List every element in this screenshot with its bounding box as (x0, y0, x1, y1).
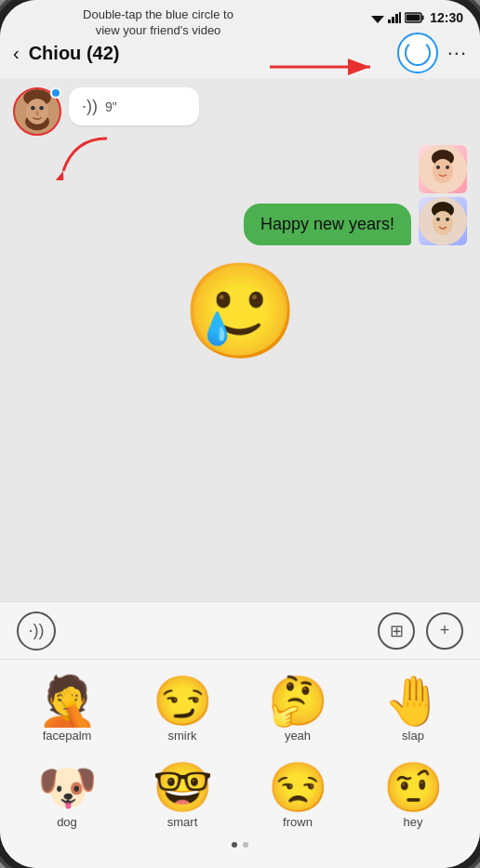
keyboard-icon: ⊞ (390, 621, 404, 641)
svg-rect-4 (399, 12, 401, 23)
frown-emoji-label: frown (283, 815, 313, 829)
thumbnails-column (419, 145, 467, 245)
outgoing-bubble: Happy new years! (244, 204, 411, 245)
svg-rect-1 (388, 20, 391, 23)
thumbnail-2[interactable] (419, 197, 467, 245)
facepalm-emoji-label: facepalm (43, 729, 92, 743)
svg-rect-7 (407, 15, 420, 21)
video-circle-button[interactable] (397, 33, 438, 73)
svg-rect-3 (395, 14, 398, 23)
emoji-item-slap[interactable]: 🤚slap (355, 669, 471, 750)
page-dot-1 (232, 842, 237, 848)
avatar-online-dot (50, 87, 61, 99)
smart-emoji-label: smart (167, 815, 198, 829)
emoji-item-yeah[interactable]: 🤔yeah (240, 669, 355, 750)
thumb-face-svg-1 (419, 145, 467, 193)
status-icons (371, 12, 425, 23)
page-dot-2 (243, 842, 248, 848)
right-arrow-annotation (270, 53, 381, 85)
outgoing-text: Happy new years! (260, 215, 394, 233)
svg-point-25 (433, 211, 453, 235)
emoji-item-frown[interactable]: 😒frown (240, 756, 355, 836)
chat-area: ·)) 9" Happy new years! (0, 78, 480, 601)
wifi-icon (371, 12, 384, 23)
facepalm-emoji-icon: 🤦 (37, 677, 98, 725)
big-emoji-char: 🥲 (182, 264, 299, 357)
smirk-emoji-label: smirk (167, 729, 196, 743)
emoji-item-smirk[interactable]: 😏smirk (125, 669, 240, 750)
video-circle-inner (405, 40, 431, 66)
thumb-face-svg-2 (419, 197, 467, 245)
yeah-emoji-icon: 🤔 (268, 677, 328, 725)
dog-emoji-icon: 🐶 (37, 763, 98, 811)
svg-point-26 (436, 217, 440, 221)
emoji-item-facepalm[interactable]: 🤦facepalm (9, 669, 125, 750)
svg-rect-6 (422, 16, 424, 20)
voice-input-icon: ·)) (29, 621, 45, 640)
page-dots (9, 836, 471, 849)
add-button[interactable]: + (426, 612, 463, 650)
emoji-keyboard: 🤦facepalm😏smirk🤔yeah🤚slap🐶dog🤓smart😒frow… (0, 659, 480, 868)
emoji-item-smart[interactable]: 🤓smart (125, 756, 240, 836)
sender-avatar-wrapper[interactable] (13, 87, 61, 136)
hey-emoji-icon: 🤨 (383, 763, 444, 811)
big-emoji-message: 🥲 (13, 255, 467, 366)
voice-bubble[interactable]: ·)) 9" (69, 87, 199, 125)
phone-frame: 12:30 Double-tap the blue circle to view… (0, 0, 480, 868)
voice-duration: 9" (105, 99, 117, 114)
svg-point-16 (39, 106, 44, 111)
battery-icon (405, 12, 425, 23)
svg-point-15 (31, 106, 35, 111)
thumbnail-1[interactable] (419, 145, 467, 193)
emoji-item-hey[interactable]: 🤨hey (355, 756, 471, 836)
svg-point-27 (446, 217, 449, 221)
svg-point-21 (436, 165, 440, 169)
status-time: 12:30 (430, 10, 463, 25)
hey-emoji-label: hey (404, 815, 423, 829)
voice-input-button[interactable]: ·)) (17, 612, 56, 651)
voice-message-incoming: ·)) 9" (13, 87, 467, 136)
back-chevron: ‹ (13, 43, 20, 64)
svg-rect-2 (392, 17, 394, 23)
svg-point-17 (35, 111, 39, 116)
smirk-emoji-icon: 😏 (153, 677, 213, 725)
right-buttons: ⊞ + (378, 612, 463, 650)
add-icon: + (440, 621, 450, 640)
back-button[interactable]: ‹ (13, 43, 20, 64)
more-options-button[interactable]: ··· (447, 41, 467, 65)
voice-wave-icon: ·)) (82, 97, 98, 116)
keyboard-button[interactable]: ⊞ (378, 612, 415, 650)
emoji-grid: 🤦facepalm😏smirk🤔yeah🤚slap🐶dog🤓smart😒frow… (9, 669, 471, 836)
smart-emoji-icon: 🤓 (153, 763, 213, 811)
frown-emoji-icon: 😒 (268, 763, 328, 811)
svg-point-22 (446, 165, 449, 169)
yeah-emoji-label: yeah (285, 729, 311, 743)
signal-icon (388, 12, 401, 23)
input-bar: ·)) ⊞ + (0, 601, 480, 659)
tooltip-text: Double-tap the blue circle to view your … (83, 7, 233, 37)
emoji-item-dog[interactable]: 🐶dog (9, 756, 125, 836)
svg-point-20 (433, 159, 453, 183)
dog-emoji-label: dog (57, 815, 77, 829)
tooltip-annotation: Double-tap the blue circle to view your … (74, 7, 242, 39)
slap-emoji-label: slap (402, 729, 424, 743)
slap-emoji-icon: 🤚 (383, 677, 444, 725)
svg-marker-0 (371, 16, 384, 23)
left-arrow-annotation (56, 134, 112, 184)
